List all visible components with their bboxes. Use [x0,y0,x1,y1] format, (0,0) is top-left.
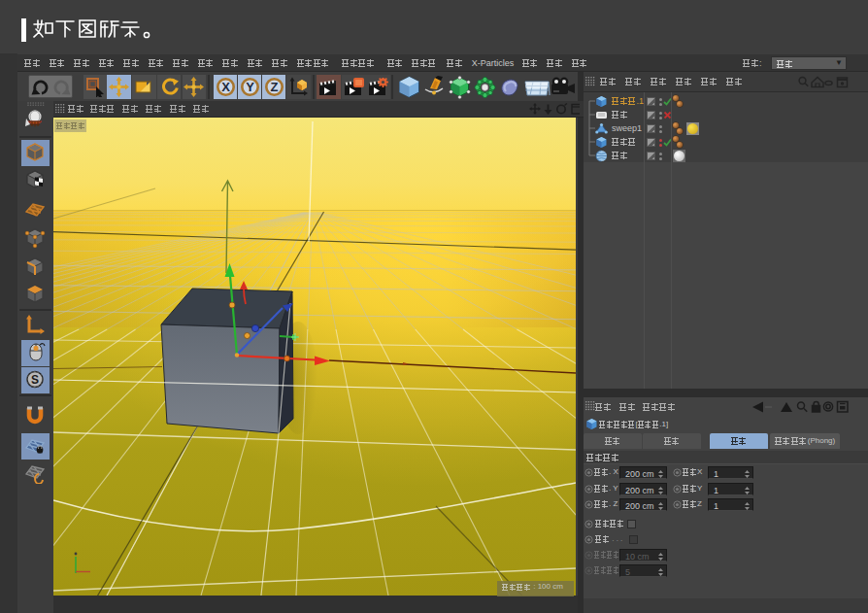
svg-text:S: S [31,373,39,387]
svg-text:Y: Y [246,80,254,94]
svg-text:X: X [221,80,230,94]
svg-text:Z: Z [271,80,279,94]
